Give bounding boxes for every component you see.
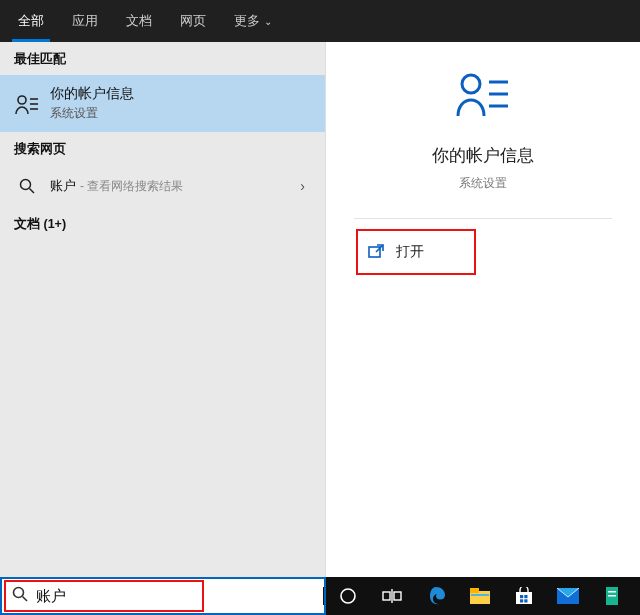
web-search-item[interactable]: 账户 - 查看网络搜索结果 ›	[0, 165, 325, 207]
svg-rect-24	[520, 599, 523, 602]
svg-rect-10	[369, 247, 380, 257]
open-button[interactable]: 打开	[356, 229, 476, 275]
detail-pane: 你的帐户信息 系统设置 打开	[325, 42, 640, 577]
web-hint: - 查看网络搜索结果	[80, 178, 183, 195]
results-pane: 最佳匹配 你的帐户信息 系统设置 搜索网页 账户 - 查看网络搜索结果 ›	[0, 42, 325, 577]
svg-point-0	[18, 96, 26, 104]
detail-sub: 系统设置	[459, 175, 507, 192]
chevron-right-icon: ›	[300, 178, 311, 194]
open-label: 打开	[396, 243, 424, 261]
mail-icon[interactable]	[546, 577, 590, 615]
svg-rect-28	[608, 591, 616, 593]
text-caret	[323, 587, 324, 605]
web-term: 账户	[50, 177, 76, 195]
search-icon	[2, 586, 36, 606]
search-box[interactable]: 账户	[0, 577, 326, 615]
best-match-title: 你的帐户信息	[50, 85, 311, 103]
section-search-web: 搜索网页	[0, 132, 325, 165]
cortana-icon[interactable]	[326, 577, 370, 615]
tab-more[interactable]: 更多⌄	[220, 0, 286, 42]
best-match-sub: 系统设置	[50, 105, 311, 122]
detail-title: 你的帐户信息	[432, 144, 534, 167]
svg-rect-21	[516, 592, 532, 604]
section-docs: 文档 (1+)	[0, 207, 325, 240]
section-best-match: 最佳匹配	[0, 42, 325, 75]
tab-apps[interactable]: 应用	[58, 0, 112, 42]
svg-point-12	[14, 588, 24, 598]
open-icon	[368, 244, 384, 261]
svg-point-6	[462, 75, 480, 93]
chevron-down-icon: ⌄	[264, 16, 272, 27]
explorer-icon[interactable]	[458, 577, 502, 615]
tab-all[interactable]: 全部	[4, 0, 58, 42]
search-tabs: 全部 应用 文档 网页 更多⌄	[0, 0, 640, 42]
divider	[354, 218, 611, 219]
store-icon[interactable]	[502, 577, 546, 615]
svg-point-14	[341, 589, 355, 603]
svg-line-5	[30, 189, 35, 194]
svg-rect-19	[470, 588, 479, 593]
app-icon[interactable]	[590, 577, 634, 615]
account-icon	[14, 93, 40, 115]
svg-rect-25	[524, 599, 527, 602]
tab-web[interactable]: 网页	[166, 0, 220, 42]
svg-rect-29	[608, 595, 616, 597]
task-view-icon[interactable]	[370, 577, 414, 615]
taskbar	[326, 577, 640, 615]
edge-icon[interactable]	[414, 577, 458, 615]
svg-rect-20	[471, 594, 489, 596]
svg-rect-22	[520, 595, 523, 598]
best-match-item[interactable]: 你的帐户信息 系统设置	[0, 75, 325, 132]
tab-docs[interactable]: 文档	[112, 0, 166, 42]
svg-rect-16	[394, 592, 401, 600]
svg-rect-15	[383, 592, 390, 600]
svg-point-4	[21, 180, 31, 190]
svg-rect-23	[524, 595, 527, 598]
svg-line-13	[23, 597, 28, 602]
account-icon	[456, 70, 510, 122]
search-input[interactable]: 账户	[36, 587, 324, 606]
search-icon	[14, 178, 40, 194]
